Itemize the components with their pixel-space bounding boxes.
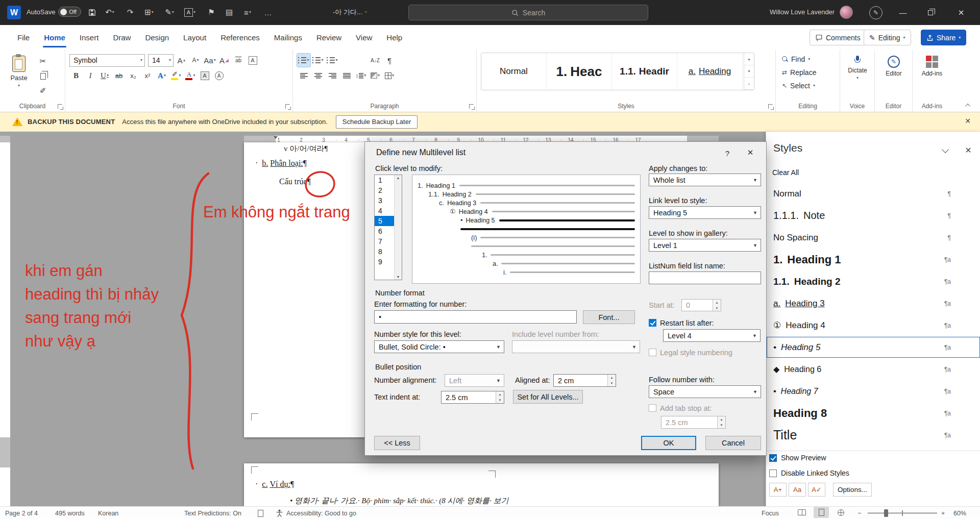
restart-list-dropdown[interactable]: Level 4▼ bbox=[663, 329, 761, 342]
zoom-level[interactable]: 60% bbox=[953, 507, 966, 519]
tab-mailings[interactable]: Mailings bbox=[267, 25, 309, 50]
tab-review[interactable]: Review bbox=[309, 25, 349, 50]
style-entry-heading-3[interactable]: a.Heading 3¶a bbox=[766, 292, 980, 314]
level-item-9[interactable]: 9 bbox=[375, 257, 394, 267]
shading-button[interactable]: ▾ bbox=[369, 69, 382, 82]
borders-button[interactable]: ▾ bbox=[383, 69, 396, 82]
bold-button[interactable]: B bbox=[69, 69, 83, 82]
level-listbox-scrollbar[interactable]: ▲▼ bbox=[394, 175, 402, 280]
font-button[interactable]: Font... bbox=[583, 310, 635, 324]
tab-draw[interactable]: Draw bbox=[106, 25, 138, 50]
italic-button[interactable]: I bbox=[84, 69, 97, 82]
banner-close-icon[interactable]: ✕ bbox=[965, 117, 971, 125]
autosave-toggle[interactable]: AutoSave Off bbox=[27, 7, 81, 17]
close-button[interactable]: ✕ bbox=[949, 0, 973, 25]
style-entry-heading-7[interactable]: •Heading 7¶a bbox=[766, 380, 980, 402]
follow-number-dropdown[interactable]: Space▼ bbox=[649, 385, 761, 398]
legal-numbering-checkbox[interactable] bbox=[649, 349, 656, 356]
numbering-button[interactable]: ▾ bbox=[311, 54, 325, 67]
gallery-style-normal[interactable]: Normal bbox=[481, 53, 547, 90]
font-color-button[interactable]: A▾ bbox=[184, 69, 197, 82]
word-count[interactable]: 495 words bbox=[55, 507, 85, 519]
collapse-ribbon-button[interactable] bbox=[964, 102, 973, 109]
align-left-button[interactable] bbox=[297, 69, 310, 82]
gallery-style-headir[interactable]: 1.1.Headir bbox=[612, 53, 677, 90]
shrink-font-button[interactable]: A▾ bbox=[189, 54, 202, 67]
scroll-down-icon[interactable]: ▼ bbox=[397, 275, 400, 279]
level-item-2[interactable]: 2 bbox=[375, 185, 394, 195]
style-inspector-button[interactable]: Aa bbox=[789, 483, 806, 497]
phonetic-guide-button[interactable]: ab bbox=[232, 54, 245, 67]
doc-line-cau-truc[interactable]: Cấu trúc¶ bbox=[279, 177, 311, 186]
show-formatting-marks-button[interactable]: ¶ bbox=[383, 54, 396, 67]
style-entry-heading-5[interactable]: •Heading 5¶a bbox=[766, 336, 980, 358]
addins-button[interactable]: Add-ins bbox=[917, 53, 947, 100]
less-button[interactable]: << Less bbox=[374, 436, 420, 450]
restart-list-checkbox[interactable] bbox=[649, 319, 656, 327]
level-item-7[interactable]: 7 bbox=[375, 236, 394, 246]
language-indicator[interactable]: Korean bbox=[98, 507, 118, 519]
link-level-dropdown[interactable]: Heading 5▼ bbox=[649, 206, 761, 219]
decrease-indent-button[interactable] bbox=[340, 54, 353, 67]
style-entry-heading-6[interactable]: ◆Heading 6¶a bbox=[766, 358, 980, 380]
level-item-3[interactable]: 3 bbox=[375, 195, 394, 206]
level-item-5[interactable]: 5 bbox=[375, 216, 394, 226]
spinner-arrows-icon[interactable]: ▲▼ bbox=[496, 391, 504, 403]
user-name[interactable]: Willow Love Lavender bbox=[770, 8, 835, 16]
flag-button[interactable]: ⚑ bbox=[204, 5, 219, 19]
bullet-list-button[interactable]: ≡▾ bbox=[240, 5, 255, 19]
focus-button[interactable]: Focus bbox=[762, 507, 779, 519]
font-size-combo[interactable]: 14▾ bbox=[148, 54, 174, 67]
line-spacing-button[interactable]: ↕▾ bbox=[354, 69, 368, 82]
text-predictions[interactable]: Text Predictions: On bbox=[184, 507, 241, 519]
quick-text-item[interactable]: -아 가다...▾ bbox=[333, 5, 367, 19]
text-indent-spinner[interactable]: 2.5 cm▲▼ bbox=[441, 391, 504, 404]
scroll-up-icon[interactable]: ▲ bbox=[397, 176, 400, 180]
character-border-button[interactable]: A bbox=[246, 54, 259, 67]
proofing-icon[interactable] bbox=[258, 507, 263, 519]
editor-button[interactable]: ✎ Editor bbox=[879, 53, 909, 100]
style-entry-title[interactable]: Title¶a bbox=[766, 424, 980, 446]
highlight-button[interactable]: ✐▾ bbox=[169, 69, 183, 82]
replace-button[interactable]: ⇄Replace bbox=[780, 66, 818, 79]
comments-button[interactable]: Comments bbox=[810, 30, 866, 45]
style-entry-heading-1[interactable]: 1.Heading 1¶a bbox=[766, 249, 980, 270]
tab-design[interactable]: Design bbox=[138, 25, 176, 50]
font-name-combo[interactable]: Symbol▾ bbox=[69, 54, 145, 67]
gallery-style-heac[interactable]: 1.Heac bbox=[547, 53, 612, 90]
tab-references[interactable]: References bbox=[213, 25, 267, 50]
level-item-8[interactable]: 8 bbox=[375, 246, 394, 257]
styles-dialog-launcher-icon[interactable] bbox=[768, 104, 773, 109]
pen-badge-icon[interactable]: ✎ bbox=[869, 6, 883, 19]
number-alignment-dropdown[interactable]: Left▼ bbox=[445, 374, 504, 387]
editing-mode-button[interactable]: ✎ Editing▾ bbox=[864, 30, 911, 45]
style-entry-heading-4[interactable]: ①Heading 4¶a bbox=[766, 314, 980, 336]
pane-chevron-down-icon[interactable] bbox=[942, 146, 949, 153]
share-button[interactable]: Share▾ bbox=[921, 30, 966, 45]
grow-font-button[interactable]: A▾ bbox=[175, 54, 188, 67]
search-box[interactable]: Search bbox=[408, 5, 648, 20]
number-format-input[interactable]: • bbox=[374, 310, 577, 324]
spinner-arrows-icon[interactable]: ▲▼ bbox=[713, 300, 721, 311]
more-commands-button[interactable]: … bbox=[260, 5, 276, 19]
zoom-out-button[interactable]: − bbox=[857, 507, 861, 519]
start-at-spinner[interactable]: 0▲▼ bbox=[681, 299, 721, 311]
align-center-button[interactable] bbox=[311, 69, 325, 82]
zoom-slider-thumb[interactable] bbox=[884, 509, 888, 517]
dialog-help-button[interactable]: ? bbox=[720, 147, 734, 159]
text-box-button[interactable]: A▾ bbox=[182, 5, 198, 19]
tab-view[interactable]: View bbox=[349, 25, 379, 50]
tab-file[interactable]: File bbox=[10, 25, 37, 50]
style-entry-normal[interactable]: Normal¶ bbox=[766, 183, 980, 205]
manage-styles-button[interactable]: A✓ bbox=[808, 483, 825, 497]
clipboard-dialog-launcher-icon[interactable] bbox=[58, 104, 62, 109]
picture-button[interactable]: ▤ bbox=[222, 5, 237, 19]
read-mode-button[interactable] bbox=[794, 507, 810, 518]
aligned-at-spinner[interactable]: 2 cm▲▼ bbox=[553, 374, 616, 387]
disable-linked-checkbox[interactable] bbox=[769, 469, 777, 477]
tab-insert[interactable]: Insert bbox=[72, 25, 106, 50]
increase-indent-button[interactable] bbox=[354, 54, 368, 67]
include-level-dropdown[interactable]: ▼ bbox=[512, 340, 640, 353]
ok-button[interactable]: OK bbox=[641, 436, 696, 450]
level-item-4[interactable]: 4 bbox=[375, 206, 394, 216]
